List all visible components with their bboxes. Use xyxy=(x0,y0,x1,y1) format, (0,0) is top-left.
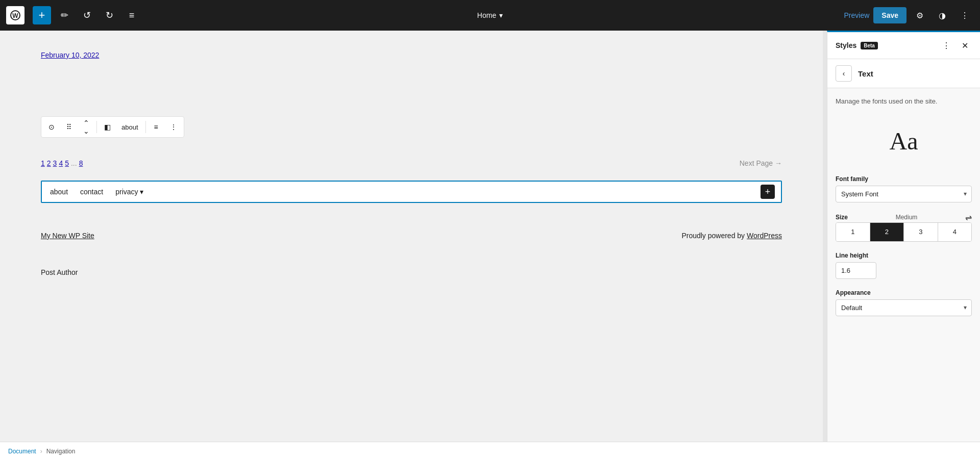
breadcrumb-navigation: Navigation xyxy=(46,448,76,455)
next-page-link[interactable]: Next Page → xyxy=(740,159,782,167)
appearance-section: Appearance Default Normal Bold Italic xyxy=(836,289,972,316)
powered-by: Proudly powered by WordPress xyxy=(681,232,782,240)
font-family-select[interactable]: System Font Georgia Arial xyxy=(836,186,972,202)
nav-item-about[interactable]: about xyxy=(50,188,68,196)
add-block-button[interactable]: + xyxy=(33,6,51,24)
post-author: Post Author xyxy=(41,268,782,287)
styles-label: Styles xyxy=(836,41,856,49)
panel-more-button[interactable]: ⋮ xyxy=(939,38,953,53)
toolbar-center: Home ▾ xyxy=(477,11,503,19)
more-block-options[interactable]: ⋮ xyxy=(165,119,182,135)
font-family-label: Font family xyxy=(836,175,972,183)
nav-block: about contact privacy ▾ + xyxy=(41,181,782,203)
move-up-down[interactable]: ⌃⌄ xyxy=(78,119,94,135)
theme-toggle-button[interactable]: ◑ xyxy=(933,6,951,24)
size-label: Size xyxy=(836,214,848,221)
edit-button[interactable]: ✏ xyxy=(55,6,74,24)
editor-container: February 10, 2022 ⊙ ⠿ ⌃⌄ ◧ about ≡ ⋮ 1 2 xyxy=(0,31,827,442)
size-buttons: 1 2 3 4 xyxy=(836,222,972,242)
main-toolbar: W + ✏ ↺ ↻ ≡ Home ▾ Preview Save ⚙ ◑ ⋮ xyxy=(0,0,980,31)
page-1[interactable]: 1 xyxy=(41,159,45,167)
page-5[interactable]: 5 xyxy=(65,159,69,167)
size-value: Medium xyxy=(896,214,918,221)
appearance-label: Appearance xyxy=(836,289,972,296)
more-options-button[interactable]: ⋮ xyxy=(955,6,974,24)
line-height-section: Line height xyxy=(836,252,972,279)
ellipsis: ... xyxy=(71,159,77,167)
size-btn-1[interactable]: 1 xyxy=(836,223,870,241)
block-info-button[interactable]: ⊙ xyxy=(43,119,60,135)
undo-button[interactable]: ↺ xyxy=(78,6,96,24)
drag-handle[interactable]: ⠿ xyxy=(61,119,77,135)
size-btn-3[interactable]: 3 xyxy=(904,223,938,241)
justify-button[interactable]: ◧ xyxy=(99,119,115,135)
main-area: February 10, 2022 ⊙ ⠿ ⌃⌄ ◧ about ≡ ⋮ 1 2 xyxy=(0,31,980,442)
editor-area: February 10, 2022 ⊙ ⠿ ⌃⌄ ◧ about ≡ ⋮ 1 2 xyxy=(0,31,823,442)
panel-header: Styles Beta ⋮ ✕ xyxy=(827,32,980,59)
status-bar: Document › Navigation xyxy=(0,442,980,460)
aa-preview: Aa xyxy=(836,117,972,165)
breadcrumb-document[interactable]: Document xyxy=(8,448,36,455)
powered-text: Proudly powered by xyxy=(681,232,745,240)
nav-add-button[interactable]: + xyxy=(761,185,775,199)
list-view-button[interactable]: ≡ xyxy=(122,6,141,24)
wp-logo: W xyxy=(6,6,24,24)
svg-text:W: W xyxy=(12,12,18,19)
size-row: Size Medium ⇌ xyxy=(836,213,972,222)
spacer xyxy=(41,67,782,108)
styles-panel: Styles Beta ⋮ ✕ ‹ Text Manage the fonts … xyxy=(827,31,980,442)
appearance-select-wrapper: Default Normal Bold Italic xyxy=(836,299,972,316)
size-adjust-button[interactable]: ⇌ xyxy=(965,213,972,222)
save-button[interactable]: Save xyxy=(873,7,906,23)
home-dropdown-icon: ▾ xyxy=(499,11,503,19)
pagination-area: 1 2 3 4 5 ... 8 Next Page → xyxy=(41,154,782,172)
align-button[interactable]: ≡ xyxy=(148,119,164,135)
breadcrumb-separator: › xyxy=(40,448,42,455)
divider2 xyxy=(145,121,146,133)
preview-button[interactable]: Preview xyxy=(844,11,870,19)
panel-close-button[interactable]: ✕ xyxy=(958,38,972,53)
site-name-link[interactable]: My New WP Site xyxy=(41,232,94,240)
footer-area: My New WP Site Proudly powered by WordPr… xyxy=(41,211,782,260)
appearance-select[interactable]: Default Normal Bold Italic xyxy=(836,299,972,316)
date-link[interactable]: February 10, 2022 xyxy=(41,51,782,59)
size-btn-2[interactable]: 2 xyxy=(870,223,904,241)
nav-item-contact[interactable]: contact xyxy=(80,188,103,196)
settings-button[interactable]: ⚙ xyxy=(911,6,929,24)
panel-actions: ⋮ ✕ xyxy=(939,38,972,53)
page-2[interactable]: 2 xyxy=(47,159,51,167)
beta-badge: Beta xyxy=(861,42,878,49)
divider xyxy=(96,121,97,133)
size-section: Size Medium ⇌ 1 2 3 4 xyxy=(836,213,972,242)
panel-subheader: ‹ Text xyxy=(827,59,980,88)
line-height-label: Line height xyxy=(836,252,972,259)
home-label: Home xyxy=(477,11,496,19)
panel-description: Manage the fonts used on the site. xyxy=(836,96,972,107)
page-8[interactable]: 8 xyxy=(79,159,83,167)
editor-scrollbar[interactable] xyxy=(823,31,827,442)
select-menu-button[interactable]: about xyxy=(116,119,143,135)
nav-item-privacy[interactable]: privacy ▾ xyxy=(115,188,143,196)
font-family-section: Font family System Font Georgia Arial xyxy=(836,175,972,202)
pagination-numbers: 1 2 3 4 5 ... 8 xyxy=(41,159,83,167)
redo-button[interactable]: ↻ xyxy=(100,6,118,24)
back-button[interactable]: ‹ xyxy=(836,65,852,82)
line-height-input[interactable] xyxy=(836,262,876,279)
page-4[interactable]: 4 xyxy=(59,159,63,167)
font-family-select-wrapper: System Font Georgia Arial xyxy=(836,186,972,202)
panel-body: Manage the fonts used on the site. Aa Fo… xyxy=(827,88,980,442)
panel-section-title: Text xyxy=(858,69,873,78)
block-toolbar: ⊙ ⠿ ⌃⌄ ◧ about ≡ ⋮ xyxy=(41,116,184,138)
page-3[interactable]: 3 xyxy=(53,159,57,167)
wordpress-link[interactable]: WordPress xyxy=(747,232,782,240)
toolbar-right: Preview Save ⚙ ◑ ⋮ xyxy=(844,6,974,24)
home-button[interactable]: Home ▾ xyxy=(477,11,503,19)
panel-title-row: Styles Beta xyxy=(836,41,878,49)
size-btn-4[interactable]: 4 xyxy=(938,223,972,241)
